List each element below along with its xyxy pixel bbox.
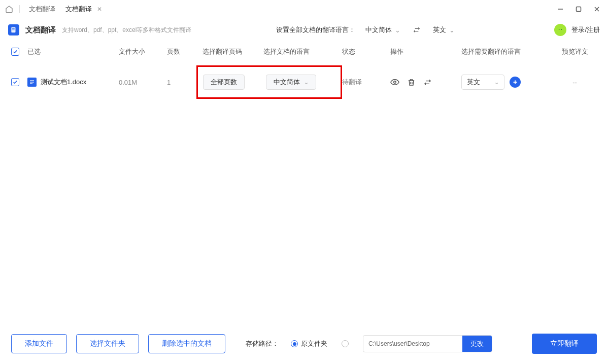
header-sel-pages: 选择翻译页码 — [202, 47, 263, 56]
path-input[interactable] — [363, 337, 462, 351]
storage-path-label: 存储路径： — [246, 339, 279, 348]
page-range-button[interactable]: 全部页数 — [203, 75, 245, 90]
add-file-button[interactable]: 添加文件 — [11, 334, 67, 353]
radio-custom-path[interactable] — [342, 340, 349, 347]
swap-horizontal-icon[interactable] — [423, 78, 432, 87]
row-target-language-value: 英文 — [467, 78, 480, 87]
filename: 测试文档1.docx — [41, 78, 86, 87]
row-target-language-select[interactable]: 英文 ⌄ — [461, 75, 504, 90]
table-row: 测试文档1.docx 0.01M 1 全部页数 中文简体 ⌄ 待翻译 英文 ⌄ — [0, 62, 608, 102]
tab-active[interactable]: 文档翻译 ✕ — [59, 2, 109, 17]
divider — [19, 5, 20, 13]
tab-label: 文档翻译 — [65, 5, 92, 14]
header-sel-lang: 选择文档的语言 — [263, 47, 342, 56]
svg-point-8 — [561, 29, 562, 30]
doc-language-value: 中文简体 — [274, 78, 300, 87]
radio-original-folder[interactable]: 原文件夹 — [291, 339, 327, 348]
target-language-value: 英文 — [433, 25, 446, 34]
table-header: 已选 文件大小 页数 选择翻译页码 选择文档的语言 状态 操作 选择需要翻译的语… — [0, 42, 608, 62]
swap-icon[interactable] — [411, 24, 423, 36]
document-icon — [27, 78, 37, 87]
trash-icon[interactable] — [407, 78, 416, 87]
breadcrumb[interactable]: 文档翻译 — [25, 5, 59, 14]
chevron-down-icon: ⌄ — [395, 26, 400, 34]
select-all-checkbox[interactable] — [11, 48, 19, 56]
source-language-value: 中文简体 — [365, 25, 392, 34]
chevron-down-icon: ⌄ — [494, 79, 499, 86]
header-ops: 操作 — [390, 47, 461, 56]
preview-value: -- — [553, 79, 597, 86]
header-status: 状态 — [342, 47, 390, 56]
header-selected: 已选 — [27, 47, 119, 56]
svg-rect-6 — [12, 29, 15, 30]
target-language-select[interactable]: 英文 ⌄ — [429, 25, 469, 34]
window-close-icon[interactable] — [590, 2, 604, 16]
file-size: 0.01M — [119, 79, 167, 86]
highlighted-controls: 全部页数 中文简体 ⌄ — [196, 65, 342, 99]
delete-selected-button[interactable]: 删除选中的文档 — [148, 334, 225, 353]
doc-language-select[interactable]: 中文简体 ⌄ — [266, 75, 316, 90]
app-icon — [8, 24, 19, 35]
page-title: 文档翻译 — [25, 25, 56, 35]
login-link[interactable]: 登录/注册 — [571, 25, 600, 34]
select-folder-button[interactable]: 选择文件夹 — [76, 334, 139, 353]
home-icon[interactable] — [4, 4, 14, 14]
row-checkbox[interactable] — [11, 78, 19, 86]
translate-now-button[interactable]: 立即翻译 — [532, 334, 597, 354]
maximize-icon[interactable] — [571, 2, 586, 16]
chevron-down-icon: ⌄ — [449, 26, 455, 34]
svg-point-7 — [559, 29, 560, 30]
minimize-icon[interactable] — [553, 2, 567, 16]
radio-original-label: 原文件夹 — [301, 339, 327, 348]
avatar[interactable] — [554, 24, 566, 36]
svg-rect-5 — [12, 28, 15, 29]
close-icon[interactable]: ✕ — [96, 6, 103, 13]
status-text: 待翻译 — [342, 78, 390, 87]
header-preview: 预览译文 — [553, 47, 597, 56]
eye-icon[interactable] — [390, 78, 399, 87]
svg-rect-1 — [577, 7, 581, 12]
path-input-group: 更改 — [363, 335, 492, 352]
header-filesize: 文件大小 — [119, 47, 167, 56]
svg-point-12 — [394, 81, 396, 84]
add-language-button[interactable]: + — [510, 77, 521, 88]
header-tgt-lang: 选择需要翻译的语言 — [461, 47, 553, 56]
page-subtitle: 支持word、pdf、ppt、excel等多种格式文件翻译 — [62, 26, 191, 34]
page-range-label: 全部页数 — [211, 78, 237, 87]
source-language-select[interactable]: 中文简体 ⌄ — [361, 25, 404, 34]
header-pages: 页数 — [167, 47, 202, 56]
change-path-button[interactable]: 更改 — [462, 336, 492, 352]
chevron-down-icon: ⌄ — [304, 79, 309, 86]
set-all-label: 设置全部文档的翻译语言： — [276, 25, 355, 34]
